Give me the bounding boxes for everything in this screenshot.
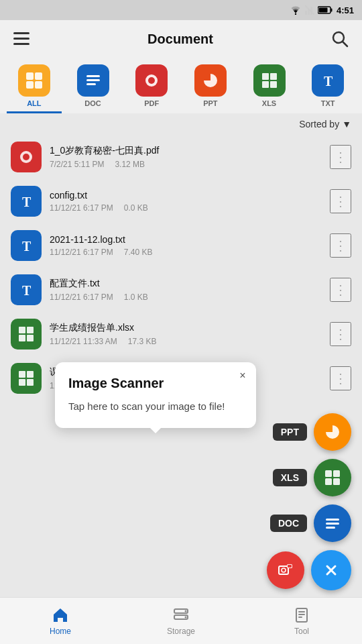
tab-pdf-icon [135,64,168,97]
tab-ppt[interactable]: PPT [183,64,238,113]
tab-ppt-icon [194,64,227,97]
file-more-button[interactable]: ⋮ [330,233,351,258]
file-more-button[interactable]: ⋮ [330,366,351,390]
fab-ppt-button[interactable] [314,413,351,451]
fab-ppt-row: PPT [273,413,351,451]
svg-rect-8 [13,32,29,34]
tabs-container: ALL DOC PDF PPT XLS T TXT [0,58,362,113]
wifi-icon [290,5,302,15]
file-icon-txt3: T [11,274,42,305]
status-time: 4:51 [337,5,354,15]
list-item: T 配置文件.txt 11/12/21 6:17 PM 1.0 KB ⋮ [0,268,362,312]
file-meta: 11/12/21 6:17 PM 1.0 KB [50,292,322,302]
fab-xls-row: XLS [273,459,351,496]
list-item: 学生成绩报告单.xlsx 11/12/21 11:33 AM 17.3 KB ⋮ [0,312,362,356]
svg-rect-1 [305,11,307,15]
sort-button[interactable]: Sorted by ▼ [299,119,351,129]
svg-rect-24 [262,81,269,88]
file-meta: 11/12/21 6:17 PM 0.0 KB [50,203,322,213]
svg-rect-43 [333,478,340,485]
tab-xls-label: XLS [262,99,276,107]
signal-icon [305,5,314,15]
nav-home[interactable]: Home [0,598,121,644]
svg-rect-38 [19,379,25,386]
svg-line-12 [343,42,347,46]
list-item: T config.txt 11/12/21 6:17 PM 0.0 KB ⋮ [0,179,362,223]
svg-text:T: T [22,195,32,209]
fab-xls-button[interactable] [314,459,351,496]
file-info: 1_0岁教育秘密-七田真.pdf 7/2/21 5:11 PM 3.12 MB [50,145,322,169]
file-size: 0.0 KB [124,203,148,213]
file-name: 2021-11-12.log.txt [50,234,322,245]
svg-rect-35 [27,335,34,341]
tab-pdf[interactable]: PDF [124,64,179,113]
svg-point-0 [295,13,296,15]
tab-xls[interactable]: XLS [242,64,297,113]
svg-rect-14 [35,72,42,80]
svg-rect-19 [86,83,96,85]
svg-rect-22 [262,73,269,80]
svg-rect-37 [27,371,34,378]
popup-close-button[interactable]: × [235,368,251,384]
bottom-nav: Home Storage Tool [0,597,362,644]
svg-rect-15 [26,81,34,89]
tab-all-icon [18,64,50,97]
file-more-button[interactable]: ⋮ [330,322,351,346]
svg-rect-16 [35,81,42,89]
svg-rect-9 [13,38,29,40]
file-meta: 7/2/21 5:11 PM 3.12 MB [50,160,322,169]
file-more-button[interactable]: ⋮ [330,278,351,302]
tab-ppt-label: PPT [203,99,217,107]
file-date: 11/12/21 6:17 PM [50,292,113,302]
svg-rect-6 [330,9,332,12]
sort-dropdown-icon: ▼ [342,119,351,129]
tab-doc-label: DOC [84,99,101,107]
tab-txt-icon: T [312,64,344,97]
nav-storage-label: Storage [167,627,195,636]
tab-all[interactable]: ALL [7,64,62,113]
search-button[interactable] [328,28,351,50]
tool-icon [293,606,310,624]
file-icon-pdf [11,142,42,172]
battery-icon [318,6,333,14]
tab-txt-label: TXT [321,99,335,107]
svg-rect-40 [325,470,332,477]
file-name: 配置文件.txt [50,278,322,290]
file-more-button[interactable]: ⋮ [330,189,351,213]
tab-doc[interactable]: DOC [66,64,121,113]
list-item: 1_0岁教育秘密-七田真.pdf 7/2/21 5:11 PM 3.12 MB … [0,135,362,179]
svg-rect-7 [318,8,327,13]
file-info: 学生成绩报告单.xlsx 11/12/21 11:33 AM 17.3 KB [50,322,322,346]
file-more-button[interactable]: ⋮ [330,145,351,169]
status-bar: 4:51 [0,0,362,20]
file-name: 学生成绩报告单.xlsx [50,322,322,334]
svg-rect-34 [19,335,25,341]
file-icon-txt: T [11,186,42,217]
file-size: 3.12 MB [115,160,145,169]
tab-txt[interactable]: T TXT [300,64,355,113]
storage-icon [172,606,190,624]
svg-rect-41 [333,470,340,477]
svg-rect-59 [298,614,305,615]
nav-storage[interactable]: Storage [121,598,241,644]
svg-rect-60 [298,616,302,618]
fab-container: PPT XLS DOC [267,413,351,590]
svg-rect-46 [326,527,335,529]
file-size: 7.40 KB [124,248,153,257]
fab-doc-button[interactable] [314,504,351,542]
sort-bar: Sorted by ▼ [0,113,362,135]
fab-scan-button[interactable] [267,551,304,589]
menu-button[interactable] [11,30,32,48]
svg-rect-10 [13,43,29,45]
svg-rect-18 [86,79,100,81]
nav-tool[interactable]: Tool [241,598,362,644]
file-icon-txt2: T [11,230,42,261]
header: Document [0,20,362,58]
file-info: 2021-11-12.log.txt 11/12/21 6:17 PM 7.40… [50,234,322,257]
popup-title: Image Scanner [68,376,243,391]
svg-rect-58 [298,611,305,612]
tab-doc-icon [77,64,109,97]
fab-ppt-label: PPT [273,423,307,441]
fab-close-button[interactable] [311,550,351,590]
scan-icon [276,561,295,580]
